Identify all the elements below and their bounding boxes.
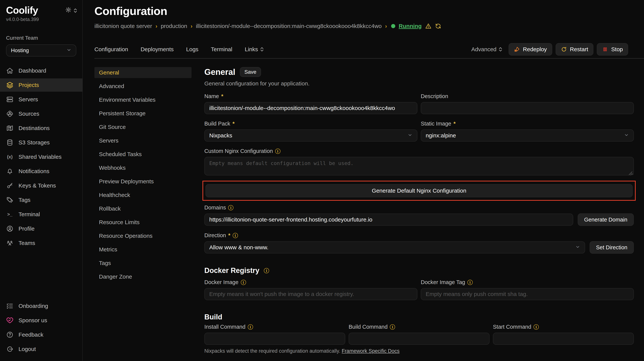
sidebar-item-shared-variables[interactable]: (x) Shared Variables	[0, 150, 82, 164]
subnav-tags[interactable]: Tags	[94, 258, 192, 269]
team-select[interactable]: Hosting	[6, 45, 76, 57]
general-form: General Save General configuration for y…	[204, 67, 634, 361]
advanced-menu[interactable]: Advanced	[471, 46, 502, 53]
info-icon[interactable]: i	[248, 324, 253, 330]
sidebar-item-keys-tokens[interactable]: Keys & Tokens	[0, 179, 82, 192]
name-input[interactable]	[204, 102, 417, 114]
subnav-resource-operations[interactable]: Resource Operations	[94, 230, 192, 241]
description-input[interactable]	[421, 102, 634, 114]
required-asterisk: *	[228, 232, 230, 238]
save-button[interactable]: Save	[240, 67, 261, 77]
subnav-persistent-storage[interactable]: Persistent Storage	[94, 108, 192, 119]
tab-deployments[interactable]: Deployments	[140, 46, 174, 53]
domains-label: Domains	[204, 204, 226, 211]
config-subnav: General Advanced Environment Variables P…	[94, 67, 192, 361]
refresh-icon[interactable]	[435, 23, 441, 29]
breadcrumb-environment[interactable]: production	[161, 23, 187, 29]
generate-nginx-config-button[interactable]: Generate Default Nginx Configuration	[206, 184, 633, 197]
direction-select[interactable]: Allow www & non-www.	[204, 241, 585, 253]
restart-icon	[561, 46, 567, 52]
sidebar-item-teams[interactable]: Teams	[0, 236, 82, 250]
help-icon	[6, 331, 14, 338]
info-icon[interactable]: i	[228, 205, 234, 210]
sidebar-item-profile[interactable]: Profile	[0, 222, 82, 235]
custom-nginx-textarea[interactable]	[204, 157, 634, 175]
chevron-down-icon	[575, 244, 580, 251]
info-icon[interactable]: i	[390, 324, 395, 330]
start-command-input[interactable]	[493, 333, 634, 345]
subnav-resource-limits[interactable]: Resource Limits	[94, 217, 192, 228]
stop-button[interactable]: Stop	[597, 43, 628, 56]
tab-configuration[interactable]: Configuration	[94, 46, 128, 53]
install-command-input[interactable]	[204, 333, 345, 345]
info-icon[interactable]: i	[241, 280, 246, 285]
tab-logs[interactable]: Logs	[186, 46, 198, 53]
chevron-updown-icon	[74, 8, 77, 13]
sidebar-item-label: Teams	[18, 240, 35, 246]
sidebar-item-terminal[interactable]: >_ Terminal	[0, 208, 82, 221]
required-asterisk: *	[232, 121, 234, 127]
framework-docs-link[interactable]: Framework Specific Docs	[342, 348, 400, 354]
build-command-input[interactable]	[349, 333, 490, 345]
generate-domain-button[interactable]: Generate Domain	[578, 213, 634, 226]
tab-links[interactable]: Links	[245, 46, 264, 53]
warning-icon[interactable]	[425, 23, 432, 29]
sidebar-item-projects[interactable]: Projects	[0, 79, 82, 92]
section-title-build: Build	[204, 313, 222, 321]
team-select-value: Hosting	[11, 48, 29, 54]
status-badge[interactable]: Running	[399, 23, 422, 29]
breadcrumb: illicitonion quote server › production ›…	[94, 23, 644, 29]
info-icon[interactable]: i	[275, 149, 280, 154]
subnav-git-source[interactable]: Git Source	[94, 122, 192, 133]
tab-terminal[interactable]: Terminal	[211, 46, 232, 53]
subnav-general[interactable]: General	[94, 67, 192, 78]
info-icon[interactable]: i	[233, 233, 238, 238]
static-image-select[interactable]: nginx:alpine	[421, 130, 634, 142]
subnav-webhooks[interactable]: Webhooks	[94, 162, 192, 173]
sidebar-item-notifications[interactable]: Notifications	[0, 165, 82, 178]
subnav-danger-zone[interactable]: Danger Zone	[94, 271, 192, 282]
sidebar-item-onboarding[interactable]: Onboarding	[0, 299, 82, 313]
sidebar-item-sources[interactable]: Sources	[0, 107, 82, 120]
subnav-metrics[interactable]: Metrics	[94, 244, 192, 255]
subnav-healthcheck[interactable]: Healthcheck	[94, 190, 192, 201]
breadcrumb-project[interactable]: illicitonion quote server	[94, 23, 152, 29]
redeploy-button[interactable]: Redeploy	[508, 43, 552, 56]
sidebar-item-sponsor-us[interactable]: Sponsor us	[0, 314, 82, 327]
sidebar-item-destinations[interactable]: Destinations	[0, 122, 82, 135]
subnav-servers[interactable]: Servers	[94, 135, 192, 146]
sun-icon	[65, 7, 72, 14]
sidebar-item-label: Terminal	[18, 211, 40, 218]
info-icon[interactable]: i	[264, 268, 269, 273]
breadcrumb-resource[interactable]: illicitestonion/-module--decomposition:m…	[196, 23, 382, 29]
theme-switcher[interactable]	[65, 7, 77, 14]
sidebar-item-label: Keys & Tokens	[18, 182, 56, 189]
domains-input[interactable]	[204, 214, 573, 226]
set-direction-button[interactable]: Set Direction	[590, 241, 634, 254]
sidebar-item-servers[interactable]: Servers	[0, 93, 82, 106]
subnav-preview-deployments[interactable]: Preview Deployments	[94, 176, 192, 187]
subnav-advanced[interactable]: Advanced	[94, 81, 192, 92]
sidebar-item-label: Sources	[18, 111, 39, 117]
main-content: Configuration illicitonion quote server …	[83, 0, 644, 361]
section-title-docker-registry: Docker Registry	[204, 266, 259, 275]
restart-button[interactable]: Restart	[556, 43, 594, 56]
info-icon[interactable]: i	[534, 324, 539, 330]
info-icon[interactable]: i	[468, 280, 473, 285]
sidebar-item-label: Logout	[18, 346, 36, 352]
sidebar-item-label: Servers	[18, 96, 38, 103]
sidebar-item-logout[interactable]: Logout	[0, 342, 82, 356]
subnav-environment-variables[interactable]: Environment Variables	[94, 94, 192, 105]
sidebar-item-dashboard[interactable]: Dashboard	[0, 64, 82, 77]
sidebar-item-label: S3 Storages	[18, 139, 50, 146]
build-pack-value: Nixpacks	[209, 132, 232, 139]
chevron-updown-icon	[499, 47, 502, 52]
subnav-scheduled-tasks[interactable]: Scheduled Tasks	[94, 149, 192, 160]
build-pack-select[interactable]: Nixpacks	[204, 130, 417, 142]
docker-image-tag-input[interactable]	[421, 288, 634, 300]
sidebar-item-s3-storages[interactable]: S3 Storages	[0, 136, 82, 149]
docker-image-input[interactable]	[204, 288, 417, 300]
subnav-rollback[interactable]: Rollback	[94, 203, 192, 214]
sidebar-item-feedback[interactable]: Feedback	[0, 328, 82, 341]
sidebar-item-tags[interactable]: Tags	[0, 193, 82, 207]
